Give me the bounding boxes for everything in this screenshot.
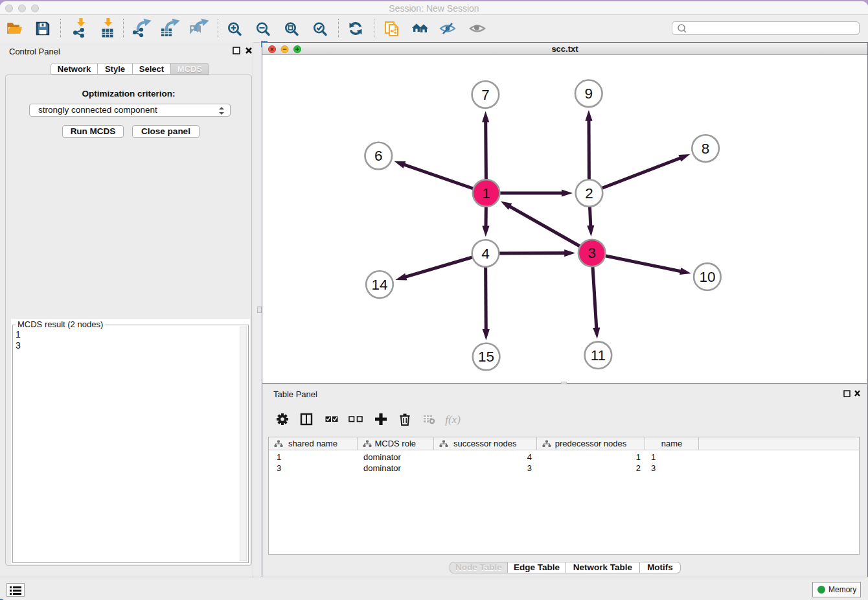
svg-text:15: 15 <box>478 349 494 365</box>
svg-text:2: 2 <box>585 185 593 202</box>
svg-text:11: 11 <box>591 347 606 363</box>
svg-text:6: 6 <box>374 148 383 164</box>
svg-text:3: 3 <box>588 245 596 261</box>
svg-text:7: 7 <box>481 87 490 103</box>
svg-text:14: 14 <box>371 277 387 293</box>
svg-text:10: 10 <box>699 269 715 285</box>
svg-text:f(x): f(x) <box>445 413 461 426</box>
svg-text:9: 9 <box>585 86 593 102</box>
svg-text:4: 4 <box>481 246 490 262</box>
svg-text:1: 1 <box>482 185 490 202</box>
svg-text:8: 8 <box>702 141 710 157</box>
